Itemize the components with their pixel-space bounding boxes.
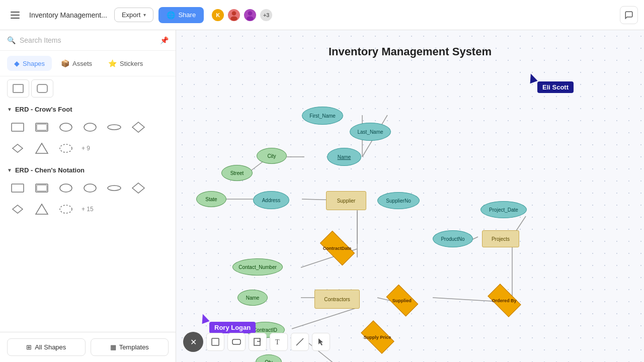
- rect-tool-button[interactable]: [206, 333, 224, 351]
- more-shapes-crowfoot[interactable]: + 9: [79, 143, 92, 154]
- node-last-name[interactable]: Last_Name: [350, 123, 391, 141]
- tab-stickers-label: Stickers: [120, 60, 143, 67]
- node-qty[interactable]: Qty: [256, 354, 282, 362]
- text-tool-button[interactable]: T: [270, 333, 288, 351]
- node-ordered-by[interactable]: Ordered By: [483, 288, 525, 313]
- tab-stickers[interactable]: ⭐ Stickers: [101, 56, 150, 71]
- svg-rect-5: [37, 84, 47, 93]
- shape-ellipse-dashed[interactable]: [55, 139, 76, 157]
- top-shape-2[interactable]: [31, 79, 53, 98]
- svg-point-20: [84, 184, 96, 192]
- node-address[interactable]: Address: [253, 191, 289, 209]
- chen-ellipse[interactable]: [55, 179, 76, 197]
- canvas-area[interactable]: Inventory Management System: [176, 30, 644, 362]
- chen-ellipse-wide[interactable]: [104, 179, 125, 197]
- close-button[interactable]: ✕: [183, 332, 203, 352]
- node-supplier-no[interactable]: SupplierNo: [377, 192, 420, 209]
- arrow-down-icon-2: ▼: [7, 167, 12, 173]
- shape-diamond[interactable]: [128, 118, 149, 136]
- node-street[interactable]: Street: [221, 165, 253, 181]
- svg-marker-14: [36, 143, 48, 153]
- svg-point-11: [108, 125, 121, 130]
- chen-ellipse-dashed[interactable]: [55, 200, 76, 218]
- shape-rect-double[interactable]: [31, 118, 52, 136]
- chen-rect-double[interactable]: [31, 179, 52, 197]
- export-button[interactable]: Export ▾: [114, 8, 154, 22]
- node-contact-number[interactable]: Contact_Number: [232, 258, 283, 276]
- node-name-contractor[interactable]: Name: [237, 290, 268, 306]
- shapes-grid-crowfoot: + 9: [7, 118, 169, 157]
- all-shapes-icon: ⊞: [26, 343, 32, 351]
- templates-label: Templates: [119, 343, 149, 351]
- node-supply-price[interactable]: Supply Price: [356, 324, 398, 349]
- node-project-date[interactable]: Project_Date: [480, 201, 527, 218]
- node-contract-date[interactable]: ContractDate: [314, 235, 360, 260]
- node-supplied[interactable]: Supplied: [382, 288, 422, 313]
- globe-icon: 🌐: [167, 11, 175, 19]
- svg-rect-18: [37, 185, 47, 191]
- shape-ellipse-wide[interactable]: [104, 118, 125, 136]
- group-label-crowfoot: ERD - Crow's Foot: [15, 106, 72, 113]
- svg-rect-8: [37, 124, 47, 130]
- node-supplier[interactable]: Supplier: [326, 191, 366, 210]
- chen-diamond[interactable]: [128, 179, 149, 197]
- pin-icon[interactable]: 📌: [160, 36, 169, 44]
- share-button[interactable]: 🌐 Share: [158, 7, 204, 23]
- node-name[interactable]: Name: [327, 148, 361, 166]
- shape-ellipse[interactable]: [79, 118, 101, 136]
- avatar-1[interactable]: K: [211, 8, 225, 22]
- node-first-name[interactable]: First_Name: [302, 107, 343, 125]
- templates-button[interactable]: ▦ Templates: [91, 338, 169, 356]
- node-projects[interactable]: Projects: [482, 230, 519, 247]
- chevron-down-icon: ▾: [143, 12, 146, 18]
- tabs-row: ◆ Shapes 📦 Assets ⭐ Stickers: [0, 51, 176, 76]
- chen-rect[interactable]: [7, 179, 28, 197]
- node-city[interactable]: City: [257, 148, 287, 164]
- shape-rect[interactable]: [7, 118, 28, 136]
- svg-line-50: [296, 338, 303, 345]
- all-shapes-button[interactable]: ⊞ All Shapes: [7, 338, 86, 356]
- export-label: Export: [122, 11, 141, 19]
- svg-marker-23: [13, 205, 23, 213]
- svg-marker-51: [318, 338, 323, 345]
- rounded-rect-tool-button[interactable]: [227, 333, 246, 351]
- shape-diamond-small[interactable]: [7, 139, 28, 157]
- group-label-chen: ERD - Chen's Notation: [15, 166, 85, 174]
- more-shapes-chen[interactable]: + 15: [79, 204, 96, 215]
- menu-button[interactable]: [6, 6, 24, 24]
- svg-rect-47: [232, 339, 240, 344]
- shape-triangle[interactable]: [31, 139, 52, 157]
- svg-rect-4: [13, 84, 23, 93]
- pointer-tool-button[interactable]: [312, 333, 330, 351]
- group-erd-chen: ▼ ERD - Chen's Notation: [7, 166, 169, 218]
- templates-icon: ▦: [110, 343, 116, 351]
- group-header-chen[interactable]: ▼ ERD - Chen's Notation: [7, 166, 169, 174]
- tab-shapes-label: Shapes: [23, 60, 45, 67]
- tab-assets-label: Assets: [72, 60, 92, 67]
- chen-diamond-small[interactable]: [7, 200, 28, 218]
- top-shape-1[interactable]: [7, 79, 29, 98]
- svg-rect-16: [12, 184, 24, 192]
- group-erd-crowfoot: ▼ ERD - Crow's Foot: [7, 106, 169, 157]
- avatar-more: +3: [259, 8, 273, 22]
- tab-shapes[interactable]: ◆ Shapes: [7, 56, 52, 71]
- line-tool-button[interactable]: [291, 333, 309, 351]
- svg-point-10: [84, 123, 96, 131]
- node-contractors[interactable]: Contractors: [314, 290, 360, 309]
- share-label: Share: [178, 11, 196, 19]
- avatar-3[interactable]: [243, 8, 257, 22]
- note-tool-button[interactable]: [249, 333, 267, 351]
- node-product-no[interactable]: ProductNo: [433, 230, 473, 247]
- search-input[interactable]: [20, 36, 156, 44]
- chen-ellipse-2[interactable]: [79, 179, 101, 197]
- comment-button[interactable]: [620, 6, 638, 24]
- svg-marker-13: [13, 144, 23, 152]
- node-state[interactable]: State: [196, 191, 226, 207]
- group-header-crowfoot[interactable]: ▼ ERD - Crow's Foot: [7, 106, 169, 113]
- chen-triangle[interactable]: [31, 200, 52, 218]
- shapes-grid-chen: + 15: [7, 179, 169, 218]
- avatar-2[interactable]: [227, 8, 241, 22]
- arrow-down-icon: ▼: [7, 107, 12, 112]
- tab-assets[interactable]: 📦 Assets: [54, 56, 99, 71]
- shape-ellipse-filled[interactable]: [55, 118, 76, 136]
